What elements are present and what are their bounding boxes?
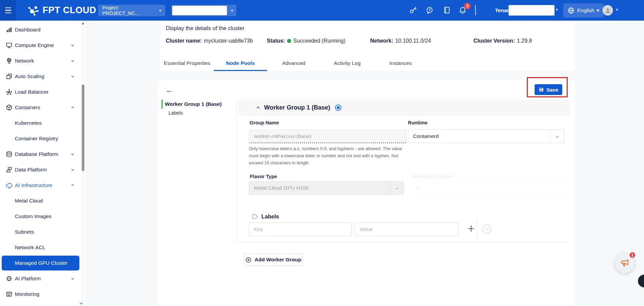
- language-dropdown[interactable]: English ▾: [563, 3, 603, 18]
- labels-section-header: Labels: [251, 213, 279, 220]
- chevron-down-icon: [71, 168, 75, 172]
- plus-icon: [467, 225, 475, 233]
- flavor-type-dropdown[interactable]: Metal Cloud GPU H100: [249, 181, 404, 195]
- scroll-down-chevron-icon[interactable]: ⌄: [78, 298, 84, 306]
- sidebar-item-ai-platform[interactable]: AI AI Platform: [0, 271, 85, 286]
- back-arrow-button[interactable]: ←: [165, 85, 174, 95]
- sidebar-item-metal-cloud[interactable]: Metal Cloud: [0, 193, 85, 209]
- save-icon: [539, 87, 544, 92]
- chevron-up-icon: [71, 105, 75, 110]
- fpt-cloud-logo: FPT CLOUD: [27, 0, 96, 21]
- sidebar-item-network[interactable]: Network: [0, 53, 85, 69]
- sidebar-item-compute-engine[interactable]: Compute Engine: [0, 38, 85, 53]
- tab-advanced[interactable]: Advanced: [267, 56, 320, 71]
- chevron-down-icon: ▾: [616, 7, 618, 12]
- region-dropdown[interactable]: ▾: [171, 5, 236, 16]
- sidebar-item-dashboard[interactable]: Dashboard: [0, 22, 85, 38]
- data-platform-icon: [5, 166, 13, 173]
- api-key-button[interactable]: [408, 5, 418, 15]
- chevron-down-icon: [71, 152, 75, 156]
- navbar-divider: [475, 5, 476, 15]
- chevron-down-icon: [71, 59, 75, 63]
- auto-scaling-icon: [5, 73, 13, 80]
- database-icon: [5, 150, 13, 158]
- tag-icon: [251, 213, 258, 220]
- compute-engine-icon: [5, 42, 13, 49]
- sidebar-item-container-registry[interactable]: Container Registry: [0, 131, 85, 146]
- label-value-input[interactable]: [355, 222, 459, 236]
- region-dropdown-redacted-value: [172, 6, 227, 15]
- sidebar-scrollbar[interactable]: ▲ ⌄: [81, 21, 85, 306]
- tab-node-pools[interactable]: Node Pools: [214, 56, 267, 71]
- monitoring-icon: [5, 290, 13, 298]
- label-key-input[interactable]: [249, 222, 352, 236]
- save-button[interactable]: Save: [535, 84, 562, 95]
- group-nav-labels[interactable]: Labels: [169, 110, 183, 116]
- flavor-type-label: Flavor Type: [250, 174, 277, 179]
- runtime-dropdown[interactable]: Containerd: [408, 130, 564, 143]
- remove-label-button[interactable]: [482, 225, 491, 234]
- user-avatar[interactable]: [602, 5, 613, 16]
- logo-text: FPT CLOUD: [43, 5, 96, 16]
- sidebar-item-data-platform[interactable]: Data Platform: [0, 162, 85, 178]
- hamburger-menu-button[interactable]: [0, 0, 16, 21]
- save-highlight-annotation: Save: [527, 77, 568, 97]
- sidebar-item-kubernetes[interactable]: Kubernetes: [0, 115, 85, 131]
- sidebar-item-database-platform[interactable]: Database Platform: [0, 146, 85, 162]
- worker-group-radio[interactable]: [335, 104, 341, 111]
- node-pools-card: ← Save Worker Group 1 (Base) Labels: [158, 80, 575, 306]
- cluster-version-info: Cluster Version: 1.29.8: [473, 38, 532, 44]
- main-content: Display the details of the cluster Clust…: [85, 21, 644, 306]
- cluster-version-label: Cluster Version:: [473, 38, 515, 44]
- tab-activity-log[interactable]: Activity Log: [320, 56, 374, 71]
- containers-icon: [5, 104, 13, 111]
- active-group-indicator-bar: [161, 100, 163, 109]
- network-info: Network: 10.100.11.0/24: [370, 38, 431, 44]
- docs-button[interactable]: [442, 5, 452, 15]
- network-label: Network:: [370, 38, 393, 44]
- group-nav-worker-group-1[interactable]: Worker Group 1 (Base): [165, 101, 222, 107]
- chevron-down-icon: [550, 130, 564, 143]
- network-icon: [5, 57, 13, 65]
- chevron-down-icon: [71, 74, 75, 78]
- panel-divider: [236, 100, 237, 242]
- fpt-logo-icon: [27, 5, 40, 16]
- language-label: English: [577, 7, 594, 14]
- number-of-server-ghost-label: Number of Server: [413, 174, 454, 179]
- network-value: 10.100.11.0/24: [395, 38, 431, 44]
- runtime-value: Containerd: [413, 133, 439, 139]
- chevron-down-icon: ▾: [597, 7, 599, 14]
- add-label-button[interactable]: [466, 224, 476, 233]
- worker-group-panel-header: Worker Group 1 (Base): [239, 99, 570, 116]
- scrollbar-up-arrow[interactable]: ▲: [81, 21, 85, 25]
- tab-instances[interactable]: Instances: [374, 56, 427, 71]
- status-value: Succeeded (Running): [293, 38, 345, 44]
- sidebar: Dashboard Compute Engine: [0, 21, 85, 306]
- number-of-server-ghost-input: 2: [411, 181, 570, 195]
- key-icon: [409, 6, 417, 14]
- plus-circle-icon: [245, 257, 252, 263]
- chevron-down-icon: ▾: [159, 8, 161, 13]
- sidebar-item-load-balancer[interactable]: Load Balancer: [0, 84, 85, 100]
- sidebar-item-ai-infrastructure[interactable]: AI Infrastructure: [0, 178, 85, 193]
- group-name-input[interactable]: [249, 130, 406, 143]
- sidebar-item-network-acl[interactable]: Network ACL: [0, 240, 85, 255]
- sidebar-item-subnets[interactable]: Subnets: [0, 224, 85, 240]
- hamburger-icon: [5, 6, 11, 14]
- label-actions-divider: [477, 221, 478, 238]
- sidebar-item-monitoring[interactable]: Monitoring: [0, 286, 85, 302]
- sidebar-scrollbar-thumb[interactable]: [82, 85, 84, 171]
- sidebar-item-auto-scaling[interactable]: Auto Scaling: [0, 69, 85, 84]
- tab-essential-properties[interactable]: Essential Properties: [160, 56, 214, 71]
- cluster-name-label: Cluster name:: [166, 38, 202, 44]
- project-dropdown[interactable]: Project: PROJECT_NC... ▾: [98, 5, 165, 16]
- sidebar-item-containers[interactable]: Containers: [0, 100, 85, 115]
- add-worker-group-button[interactable]: Add Worker Group: [244, 254, 302, 266]
- sidebar-item-managed-gpu-cluster[interactable]: Managed GPU Cluster: [2, 256, 79, 270]
- tenant-dropdown-redacted-value[interactable]: [509, 5, 555, 16]
- ai-platform-icon: AI: [5, 275, 13, 282]
- sidebar-item-custom-images[interactable]: Custom Images: [0, 209, 85, 224]
- support-button[interactable]: ?: [425, 5, 434, 15]
- collapse-chevron-icon[interactable]: [256, 105, 261, 110]
- help-icon: ?: [426, 6, 434, 14]
